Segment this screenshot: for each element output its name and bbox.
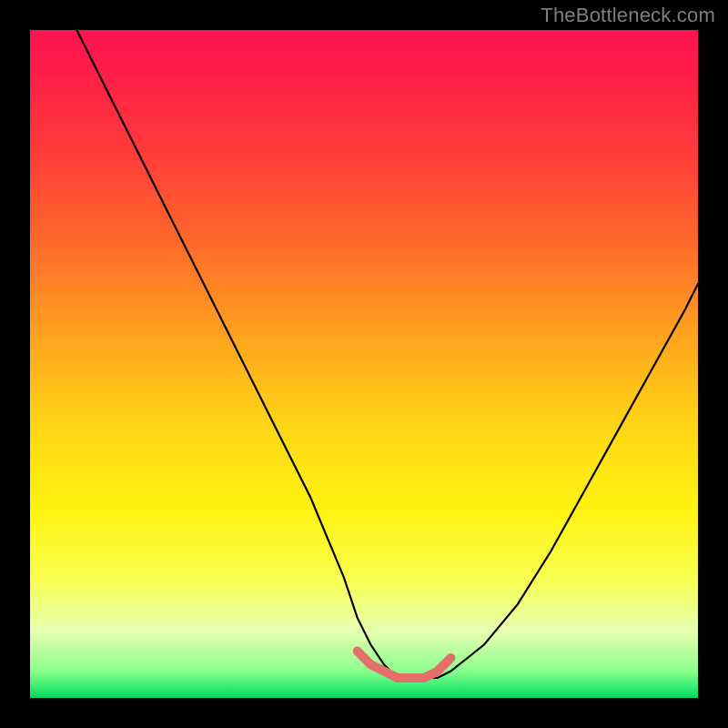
chart-frame: TheBottleneck.com xyxy=(0,0,728,728)
watermark-text: TheBottleneck.com xyxy=(541,4,715,27)
optimal-range-marker xyxy=(358,652,451,678)
plot-area xyxy=(30,30,698,698)
bottleneck-curve xyxy=(76,30,698,678)
curve-layer xyxy=(30,30,698,698)
